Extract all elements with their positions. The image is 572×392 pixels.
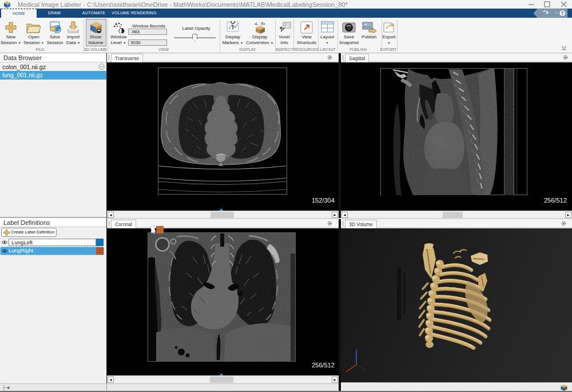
svg-text:?: ?	[561, 10, 563, 16]
svg-text:R•: R•	[261, 22, 265, 26]
svg-text:•L: •L	[255, 22, 258, 26]
